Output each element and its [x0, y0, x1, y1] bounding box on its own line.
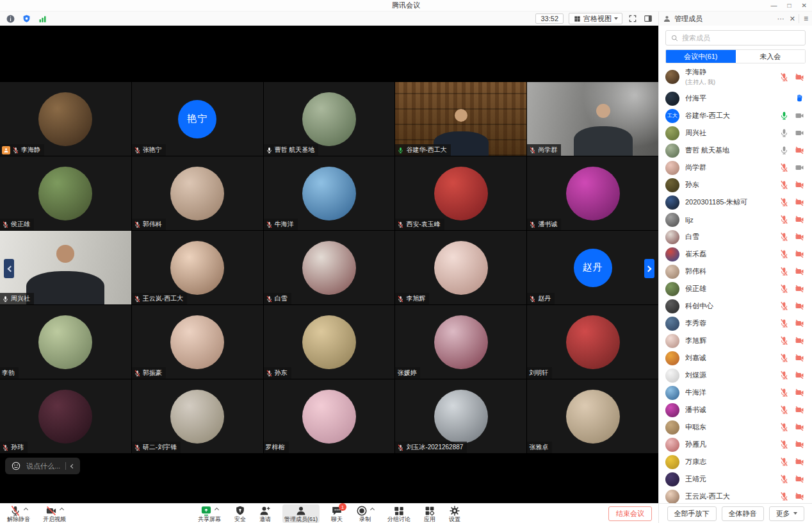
video-tile[interactable]: 研二-刘宇锋	[132, 379, 263, 453]
member-mic-icon[interactable]	[779, 111, 789, 120]
member-camera-off-icon[interactable]	[795, 353, 804, 363]
member-row[interactable]: 李秀蓉	[659, 315, 812, 332]
member-camera-off-icon[interactable]	[795, 301, 804, 311]
video-tile[interactable]: 李勃	[0, 305, 131, 379]
member-row[interactable]: 白雪	[659, 228, 812, 245]
member-row[interactable]: 牛海洋	[659, 384, 812, 401]
video-tile[interactable]: 牛海洋	[264, 156, 395, 230]
member-row[interactable]: 刘煤源	[659, 367, 812, 384]
member-row[interactable]: lijz	[659, 211, 812, 228]
member-camera-off-icon[interactable]	[795, 72, 804, 82]
network-status-icon[interactable]	[37, 13, 47, 24]
member-row[interactable]: 孙东	[659, 176, 812, 194]
search-input[interactable]	[682, 34, 800, 42]
member-camera-icon[interactable]	[795, 128, 804, 138]
video-tile[interactable]: 张媛婷	[395, 305, 526, 379]
member-camera-off-icon[interactable]	[795, 492, 804, 501]
toolbar-mic-off-button[interactable]: 解除静音	[5, 504, 32, 523]
toolbar-invite-button[interactable]: 邀请	[257, 504, 273, 523]
member-row[interactable]: 周兴社	[659, 124, 812, 142]
toolbar-gear-button[interactable]: 设置	[447, 504, 462, 523]
meeting-info-icon[interactable]	[5, 13, 15, 24]
member-row[interactable]: 崔禾磊	[659, 245, 812, 263]
member-camera-off-icon[interactable]	[795, 405, 804, 415]
video-tile[interactable]: 谷建华-西工大	[395, 82, 526, 156]
footer-more-button[interactable]: 更多	[769, 506, 804, 521]
member-row[interactable]: 侯正雄	[659, 280, 812, 297]
member-camera-off-icon[interactable]	[795, 440, 804, 449]
close-button[interactable]: ✕	[802, 0, 807, 12]
prev-page-button[interactable]	[4, 259, 14, 278]
toolbar-chat-button[interactable]: 1聊天	[329, 504, 345, 523]
member-camera-off-icon[interactable]	[795, 336, 804, 345]
chat-input-placeholder[interactable]: 说点什么...	[26, 461, 60, 471]
footer-action-button[interactable]: 全部手放下	[667, 506, 717, 521]
next-page-button[interactable]	[644, 259, 654, 278]
member-row[interactable]: 李旭辉	[659, 332, 812, 349]
member-mic-muted-icon[interactable]	[779, 215, 789, 224]
video-tile[interactable]: 尚学群	[527, 82, 658, 156]
member-camera-off-icon[interactable]	[795, 457, 804, 467]
member-camera-icon[interactable]	[795, 111, 804, 120]
member-row[interactable]: 曹哲 航天基地	[659, 142, 812, 159]
member-row[interactable]: 孙雁凡	[659, 436, 812, 453]
video-tile[interactable]: 赵丹 赵丹	[527, 231, 658, 304]
member-row[interactable]: 刘嘉诚	[659, 349, 812, 367]
member-mic-muted-icon[interactable]	[779, 336, 789, 345]
member-camera-off-icon[interactable]	[795, 319, 804, 328]
member-row[interactable]: 李海静(主持人, 我)	[659, 64, 812, 90]
panel-more-button[interactable]: ⋯	[777, 15, 784, 23]
member-mic-muted-icon[interactable]	[779, 440, 789, 449]
member-camera-off-icon[interactable]	[795, 145, 804, 155]
video-tile[interactable]: 侯正雄	[0, 156, 131, 230]
member-camera-off-icon[interactable]	[795, 474, 804, 484]
member-row[interactable]: 王云岚-西工大	[659, 488, 812, 503]
member-row[interactable]: 万康志	[659, 453, 812, 470]
video-tile[interactable]: 刘明轩	[527, 305, 658, 379]
member-mic-muted-icon[interactable]	[779, 284, 789, 294]
chevron-up-icon[interactable]	[370, 508, 375, 512]
toolbar-share-button[interactable]: 共享屏幕	[196, 504, 223, 523]
maximize-button[interactable]: □	[788, 0, 792, 12]
search-box[interactable]	[665, 30, 806, 46]
video-tile[interactable]: 曹哲 航天基地	[264, 82, 395, 156]
toolbar-apps-button[interactable]: 应用	[422, 504, 437, 523]
member-camera-off-icon[interactable]	[795, 215, 804, 224]
member-mic-muted-icon[interactable]	[779, 370, 789, 380]
member-mic-muted-icon[interactable]	[779, 457, 789, 467]
chevron-up-icon[interactable]	[60, 508, 64, 512]
meeting-protect-icon[interactable]	[21, 13, 31, 24]
member-row[interactable]: 科创中心	[659, 297, 812, 315]
member-mic-muted-icon[interactable]	[779, 474, 789, 484]
member-mic-muted-icon[interactable]	[779, 267, 789, 276]
tab-not-joined[interactable]: 未入会	[736, 50, 806, 63]
member-row[interactable]: 付海平	[659, 90, 812, 107]
member-mic-muted-icon[interactable]	[779, 180, 789, 190]
fullscreen-icon[interactable]	[628, 13, 638, 24]
video-tile[interactable]: 罗梓榕	[264, 379, 395, 453]
collapse-chat-icon[interactable]	[70, 463, 75, 468]
video-tile[interactable]: 郭振豪	[132, 305, 263, 379]
video-tile[interactable]: 李旭辉	[395, 231, 526, 304]
video-tile[interactable]: 艳宁 张艳宁	[132, 82, 263, 156]
member-mic-muted-icon[interactable]	[779, 422, 789, 432]
toggle-sidebar-icon[interactable]	[643, 13, 653, 24]
video-tile[interactable]: 孙东	[264, 305, 395, 379]
member-camera-icon[interactable]	[795, 163, 804, 172]
member-mic-icon[interactable]	[779, 128, 789, 138]
toolbar-breakout-button[interactable]: 分组讨论	[386, 504, 412, 523]
member-camera-off-icon[interactable]	[795, 197, 804, 207]
member-camera-off-icon[interactable]	[795, 267, 804, 276]
member-mic-muted-icon[interactable]	[779, 163, 789, 172]
member-mic-muted-icon[interactable]	[779, 319, 789, 328]
toolbar-cam-off-button[interactable]: 开启视频	[41, 504, 68, 523]
member-mic-muted-icon[interactable]	[779, 249, 789, 259]
video-tile[interactable]: 西安-袁玉峰	[395, 156, 526, 230]
member-mic-icon[interactable]	[779, 145, 789, 155]
grid-view-button[interactable]: 宫格视图	[569, 13, 622, 24]
member-mic-muted-icon[interactable]	[779, 232, 789, 242]
member-camera-off-icon[interactable]	[795, 232, 804, 242]
tab-in-meeting[interactable]: 会议中(61)	[666, 50, 736, 63]
member-camera-off-icon[interactable]	[795, 284, 804, 294]
video-tile[interactable]: 王云岚-西工大	[132, 231, 263, 304]
